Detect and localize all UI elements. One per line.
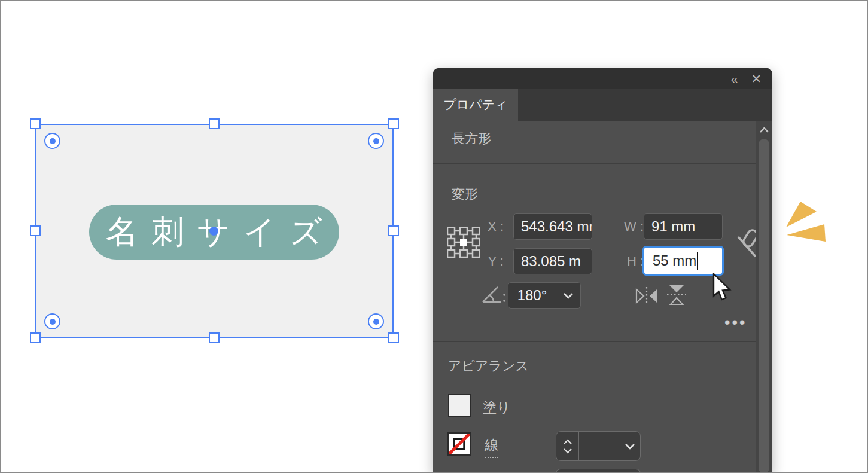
corner-radius-dot — [50, 319, 56, 325]
corner-radius-dot — [50, 138, 56, 144]
panel-titlebar: « ✕ — [433, 68, 772, 89]
w-label: W : — [609, 213, 644, 240]
h-label: H : — [609, 248, 644, 274]
accent-triangles — [781, 198, 832, 246]
stroke-label[interactable]: 線 — [485, 436, 498, 458]
stroke-weight-value[interactable] — [579, 432, 619, 460]
handle-middle-left[interactable] — [30, 225, 41, 236]
chevron-up-icon — [759, 126, 769, 133]
chevron-up-icon — [563, 439, 572, 445]
properties-panel: « ✕ プロパティ 長方形 変形 X : — [433, 68, 772, 473]
stroke-none-icon — [449, 434, 470, 454]
panel-tabstrip: プロパティ — [433, 89, 772, 121]
appearance-section-label: アピアランス — [448, 357, 529, 375]
stroke-weight-dropdown-button[interactable] — [619, 432, 640, 460]
corner-radius-widget-tr[interactable] — [368, 133, 384, 149]
more-options-button[interactable]: ••• — [724, 315, 747, 331]
section-divider — [433, 163, 756, 164]
panel-scrollbar-thumb[interactable] — [759, 139, 769, 473]
close-panel-icon[interactable]: ✕ — [751, 72, 762, 85]
tab-properties[interactable]: プロパティ — [433, 89, 518, 121]
corner-radius-widget-tl[interactable] — [44, 133, 60, 149]
corner-radius-widget-br[interactable] — [368, 313, 384, 329]
partial-control-cutoff — [556, 469, 641, 473]
handle-middle-right[interactable] — [388, 225, 399, 236]
chevron-down-icon — [563, 292, 574, 299]
handle-top-left[interactable] — [30, 118, 41, 129]
collapse-panel-icon[interactable]: « — [731, 72, 738, 85]
h-field-value: 55 mm — [653, 252, 696, 268]
rotation-angle-icon — [481, 283, 507, 306]
flip-vertical-icon[interactable] — [664, 282, 689, 307]
x-field[interactable]: 543.643 mm — [513, 213, 592, 240]
flip-horizontal-icon[interactable] — [634, 286, 659, 306]
section-divider — [433, 341, 756, 342]
rotation-value[interactable]: 180° — [508, 283, 556, 308]
scrollbar-up-button[interactable] — [759, 124, 770, 135]
text-caret — [697, 252, 698, 270]
handle-bottom-center[interactable] — [209, 332, 220, 343]
rotation-combo: 180° — [508, 282, 581, 309]
chevron-down-icon — [625, 443, 635, 450]
handle-bottom-left[interactable] — [30, 332, 41, 343]
pill-label: 名刺サイズ — [106, 210, 336, 254]
y-field[interactable]: 83.085 m — [513, 248, 592, 274]
corner-radius-dot — [373, 138, 379, 144]
handle-bottom-right[interactable] — [388, 332, 399, 343]
corner-radius-dot — [373, 319, 379, 325]
stroke-color-swatch[interactable] — [447, 432, 471, 456]
screenshot-root: 名刺サイズ « ✕ プロパティ 長方形 変形 — [0, 0, 868, 473]
transform-section-label: 変形 — [452, 185, 478, 203]
object-type-label: 長方形 — [452, 130, 491, 148]
rotation-dropdown-button[interactable] — [556, 283, 580, 308]
chevron-down-icon — [563, 448, 572, 454]
stroke-weight-stepper — [556, 431, 641, 461]
stepper-updown-buttons[interactable] — [556, 432, 579, 460]
y-label: Y : — [469, 248, 504, 274]
h-field[interactable]: 55 mm — [642, 246, 724, 276]
fill-label: 塗り — [483, 398, 511, 417]
fill-color-swatch[interactable] — [448, 394, 471, 417]
selection-center-point[interactable] — [209, 227, 218, 236]
handle-top-right[interactable] — [388, 118, 399, 129]
handle-top-center[interactable] — [209, 118, 220, 129]
w-field[interactable]: 91 mm — [644, 213, 723, 240]
x-label: X : — [469, 213, 504, 240]
tab-properties-label: プロパティ — [443, 96, 507, 113]
corner-radius-widget-bl[interactable] — [44, 313, 60, 329]
